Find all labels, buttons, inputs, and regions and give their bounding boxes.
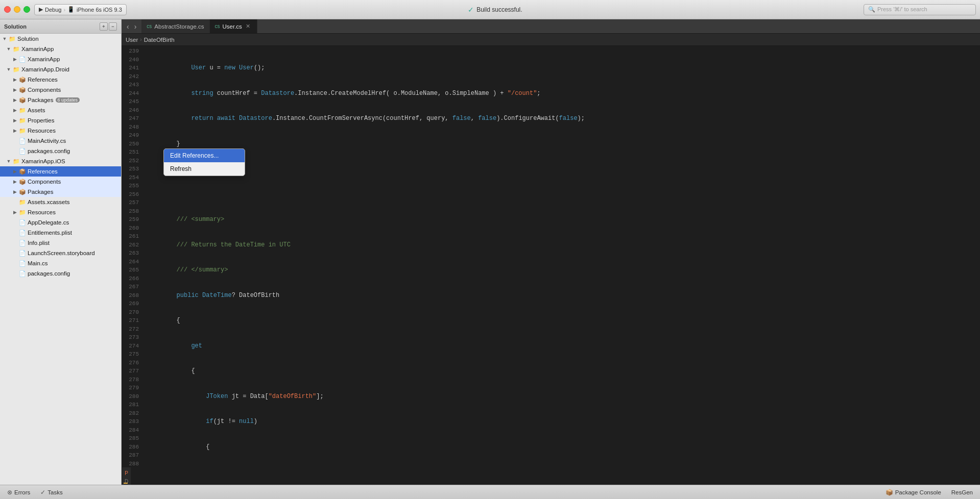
tree-item-resources[interactable]: ▶ 📁 Resources	[0, 126, 121, 136]
close-button[interactable]	[4, 6, 11, 13]
tree-item-ios[interactable]: ▼ 📁 XamarinApp.iOS	[0, 156, 121, 166]
code-line-252: JToken jt = Data["dateOfBirth"];	[147, 392, 980, 401]
item-label: Components	[28, 179, 61, 185]
tree-item-packages-config[interactable]: 📄 packages.config	[0, 146, 121, 156]
ln-286: 286	[122, 443, 139, 452]
sidebar-toggle-1[interactable]: +	[100, 22, 108, 31]
properties-icon[interactable]: P	[123, 469, 130, 477]
tree-arrow: ▶	[11, 169, 18, 174]
sidebar-toggle-2[interactable]: −	[109, 22, 117, 31]
tab-abstractstorage[interactable]: cs AbstractStorage.cs	[141, 19, 209, 33]
item-label: Packages	[28, 97, 54, 103]
ln-245: 245	[122, 97, 139, 106]
package-console-button[interactable]: 📦 Package Console	[882, 488, 944, 497]
ln-263: 263	[122, 249, 139, 258]
file-icon: 📄	[18, 229, 27, 237]
tree-item-components-droid[interactable]: ▶ 📦 Components	[0, 85, 121, 95]
context-menu: Edit References... Refresh	[163, 148, 245, 176]
line-numbers: 239 240 241 242 243 244 245 246 247 248 …	[122, 46, 143, 467]
tab-label: AbstractStorage.cs	[154, 23, 204, 30]
tasks-label: Tasks	[47, 489, 62, 495]
tree-item-launchscreen[interactable]: 📄 LaunchScreen.storyboard	[0, 248, 121, 258]
file-icon: 📄	[18, 55, 27, 63]
tree-item-packages-config-ios[interactable]: 📄 packages.config	[0, 268, 121, 279]
tree-item-droid[interactable]: ▼ 📁 XamarinApp.Droid	[0, 64, 121, 74]
tree-item-references-ios[interactable]: ▶ 📦 References	[0, 166, 121, 177]
ln-254: 254	[122, 173, 139, 182]
tab-prev-button[interactable]: ‹	[125, 21, 131, 32]
breadcrumb-bar: User › DateOfBirth	[122, 34, 980, 46]
folder-icon: 📁	[18, 116, 27, 124]
tree-item-main-cs[interactable]: 📄 Main.cs	[0, 258, 121, 268]
folder-icon: 📁	[12, 45, 20, 53]
breadcrumb-dateofbirth[interactable]: DateOfBirth	[144, 37, 175, 43]
tab-user-cs[interactable]: cs User.cs ✕	[210, 19, 257, 33]
tree-arrow: ▼	[5, 67, 12, 72]
tree-arrow: ▼	[5, 159, 12, 164]
tab-close-button[interactable]: ✕	[245, 23, 252, 30]
tree-arrow: ▶	[11, 210, 18, 215]
tree-item-xamarinapp[interactable]: ▼ 📁 XamarinApp	[0, 44, 121, 54]
separator: ›	[63, 7, 65, 13]
ln-267: 267	[122, 283, 139, 291]
ref-icon: 📦	[18, 76, 27, 84]
tree-arrow: ▼	[5, 46, 12, 52]
ln-277: 277	[122, 367, 139, 376]
right-sidebar: P D	[122, 467, 131, 485]
tree-item-info-plist[interactable]: 📄 Info.plist	[0, 238, 121, 248]
tree-item-properties[interactable]: ▶ 📁 Properties	[0, 115, 121, 126]
ln-240: 240	[122, 56, 139, 64]
tree-item-solution[interactable]: ▼ 📁 Solution	[0, 34, 121, 44]
ref-icon: 📦	[18, 86, 27, 94]
ln-285: 285	[122, 434, 139, 443]
tree-item-xamarinapp2[interactable]: ▶ 📄 XamarinApp	[0, 54, 121, 64]
ln-276: 276	[122, 359, 139, 367]
tab-label: User.cs	[223, 23, 242, 30]
tree-item-appdelegate[interactable]: 📄 AppDelegate.cs	[0, 217, 121, 228]
code-editor[interactable]: 239 240 241 242 243 244 245 246 247 248 …	[122, 46, 980, 467]
sidebar-header: Solution + −	[0, 19, 121, 34]
zoom-button[interactable]	[23, 6, 30, 13]
code-content[interactable]: User u = new User(); string countHref = …	[143, 46, 980, 467]
ln-249: 249	[122, 131, 139, 140]
sidebar-title: Solution	[4, 23, 27, 30]
tree-item-components-ios[interactable]: ▶ 📦 Components	[0, 177, 121, 187]
code-line-243	[147, 165, 980, 173]
ln-268: 268	[122, 291, 139, 300]
tasks-button[interactable]: ✓ Tasks	[37, 488, 65, 497]
item-label: Main.cs	[28, 260, 48, 266]
tree-arrow: ▶	[11, 57, 18, 62]
tab-next-button[interactable]: ›	[132, 21, 139, 32]
ln-278: 278	[122, 376, 139, 384]
item-label: XamarinApp.iOS	[21, 158, 65, 164]
context-menu-refresh[interactable]: Refresh	[164, 162, 245, 176]
errors-button[interactable]: ⊗ Errors	[4, 488, 33, 497]
tree-item-packages-droid[interactable]: ▶ 📦 Packages 6 updates	[0, 95, 121, 105]
item-label: XamarinApp	[21, 46, 54, 52]
resgen-button[interactable]: ResGen	[948, 488, 976, 496]
search-bar[interactable]: 🔍 Press '⌘/' to search	[864, 4, 976, 15]
item-label: MainActivity.cs	[28, 138, 66, 144]
ln-280: 280	[122, 392, 139, 401]
item-label: Resources	[28, 209, 56, 215]
sidebar: Solution + − ▼ 📁 Solution ▼ 📁 XamarinApp…	[0, 19, 122, 485]
tree-item-assets-xcassets[interactable]: 📁 Assets.xcassets	[0, 197, 121, 207]
tree-item-assets-droid[interactable]: ▶ 📁 Assets	[0, 105, 121, 115]
tree-arrow: ▶	[11, 128, 18, 133]
tree-item-packages-ios[interactable]: ▶ 📦 Packages	[0, 187, 121, 197]
build-status: ✓ Build successful.	[131, 6, 859, 14]
tree-item-mainactivity[interactable]: 📄 MainActivity.cs	[0, 136, 121, 146]
tree-arrow: ▶	[11, 118, 18, 123]
tree-item-references-droid[interactable]: ▶ 📦 References	[0, 74, 121, 85]
context-menu-edit-references[interactable]: Edit References...	[164, 149, 245, 162]
breadcrumb-user[interactable]: User	[126, 37, 138, 43]
file-icon: 📄	[18, 218, 27, 227]
tree-item-entitlements[interactable]: 📄 Entitlements.plist	[0, 228, 121, 238]
minimize-button[interactable]	[14, 6, 20, 13]
scheme-picker[interactable]: ▶ Debug › 📱 iPhone 6s iOS 9.3	[34, 4, 127, 15]
scheme-label: Debug	[45, 7, 61, 13]
folder-icon: 📁	[12, 157, 20, 165]
code-line-244	[147, 190, 980, 199]
tree-item-resources-ios[interactable]: ▶ 📁 Resources	[0, 207, 121, 217]
file-type-icon: cs	[215, 23, 220, 29]
